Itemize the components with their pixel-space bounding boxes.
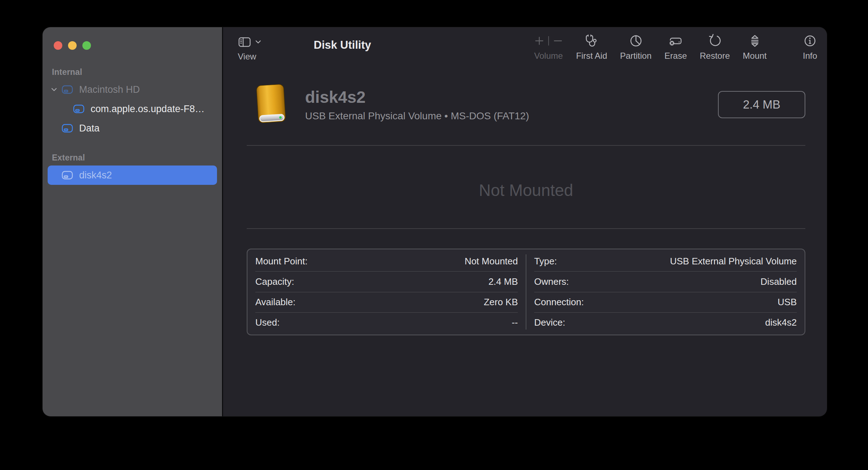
row-value: 2.4 MB (488, 276, 518, 287)
toolbar-button-label: Erase (665, 51, 687, 61)
volume-disk-icon (61, 123, 73, 134)
minimize-window-button[interactable] (68, 41, 77, 50)
toolbar-button-label: Restore (700, 51, 730, 61)
table-row: Owners: Disabled (534, 272, 797, 292)
row-value: -- (512, 317, 518, 328)
row-value: disk4s2 (765, 317, 797, 328)
sidebar: Internal Macintosh HD com.apple.os. (43, 27, 223, 416)
minus-icon (553, 35, 563, 46)
sidebar-item-macintosh-hd[interactable]: Macintosh HD (48, 80, 217, 99)
window-title: Disk Utility (314, 39, 371, 52)
row-value: Zero KB (484, 297, 518, 308)
row-label: Connection: (534, 297, 584, 308)
row-label: Device: (534, 317, 565, 328)
info-table-right-column: Type: USB External Physical Volume Owner… (526, 249, 805, 335)
sidebar-item-label: Data (79, 123, 100, 134)
toolbar-button-label: Mount (743, 51, 767, 61)
divider (247, 228, 805, 229)
row-label: Mount Point: (255, 256, 308, 267)
volume-button[interactable]: Volume (534, 32, 563, 61)
row-value: Not Mounted (464, 256, 518, 267)
sidebar-item-data[interactable]: Data (48, 119, 217, 138)
row-label: Available: (255, 297, 295, 308)
view-button[interactable]: View (238, 34, 261, 62)
zoom-window-button[interactable] (82, 41, 91, 50)
volume-separator (548, 36, 549, 45)
mount-eject-icon (747, 33, 762, 48)
table-row: Type: USB External Physical Volume (534, 251, 797, 272)
table-row: Capacity: 2.4 MB (255, 272, 518, 292)
row-label: Type: (534, 256, 557, 267)
row-label: Used: (255, 317, 280, 328)
sidebar-item-label: Macintosh HD (79, 84, 140, 95)
stethoscope-icon (584, 33, 599, 48)
view-button-label: View (238, 52, 256, 62)
sidebar-toggle-icon (238, 36, 251, 48)
external-drive-icon (249, 84, 292, 125)
row-label: Capacity: (255, 276, 294, 287)
close-window-button[interactable] (54, 41, 62, 50)
toolbar-button-label: First Aid (576, 51, 607, 61)
size-badge: 2.4 MB (718, 91, 805, 118)
volume-name: disk4s2 (305, 87, 718, 107)
volume-heading: disk4s2 USB External Physical Volume • M… (305, 87, 718, 122)
volume-header: disk4s2 USB External Physical Volume • M… (249, 83, 805, 126)
table-row: Available: Zero KB (255, 292, 518, 313)
plus-icon (534, 35, 545, 46)
external-disk-icon (61, 170, 73, 181)
info-table-left-column: Mount Point: Not Mounted Capacity: 2.4 M… (247, 249, 526, 335)
erase-button[interactable]: Erase (665, 32, 687, 61)
toolbar-button-label: Volume (534, 51, 563, 61)
internal-disk-icon (61, 84, 73, 95)
toolbar-buttons: Volume First Aid (534, 32, 818, 61)
info-icon (802, 33, 818, 48)
partition-button[interactable]: Partition (620, 32, 652, 61)
sidebar-item-label: disk4s2 (79, 170, 112, 181)
table-row: Mount Point: Not Mounted (255, 251, 518, 272)
restore-button[interactable]: Restore (700, 32, 730, 61)
chevron-down-icon (255, 39, 261, 44)
sidebar-item-com-apple-os-update[interactable]: com.apple.os.update-F8… (48, 99, 217, 119)
mount-button[interactable]: Mount (743, 32, 767, 61)
table-row: Device: disk4s2 (534, 313, 797, 333)
first-aid-button[interactable]: First Aid (576, 32, 607, 61)
info-table: Mount Point: Not Mounted Capacity: 2.4 M… (247, 249, 805, 335)
sidebar-section-internal-header: Internal (52, 67, 222, 77)
disk-utility-window: Internal Macintosh HD com.apple.os. (43, 27, 827, 416)
pie-chart-icon (628, 33, 643, 48)
sidebar-list: Internal Macintosh HD com.apple.os. (43, 67, 222, 416)
row-value: USB External Physical Volume (670, 256, 797, 267)
mount-status-text: Not Mounted (247, 181, 805, 200)
sidebar-item-label: com.apple.os.update-F8… (91, 104, 204, 115)
table-row: Connection: USB (534, 292, 797, 313)
main-pane: View Disk Utility (224, 27, 827, 416)
sidebar-item-disk4s2[interactable]: disk4s2 (48, 166, 217, 185)
row-label: Owners: (534, 276, 569, 287)
chevron-down-icon[interactable] (48, 87, 61, 92)
volume-disk-icon (73, 104, 85, 114)
window-controls (54, 41, 91, 50)
toolbar-button-label: Partition (620, 51, 652, 61)
toolbar-button-label: Info (803, 51, 817, 61)
restore-arrow-icon (707, 33, 722, 48)
info-button[interactable]: Info (802, 32, 818, 61)
sidebar-section-external-header: External (52, 153, 222, 163)
volume-subtitle: USB External Physical Volume • MS-DOS (F… (305, 110, 718, 122)
desktop-background: Internal Macintosh HD com.apple.os. (0, 0, 868, 470)
divider (247, 145, 805, 146)
erase-drive-icon (668, 33, 684, 48)
row-value: Disabled (761, 276, 797, 287)
row-value: USB (778, 297, 797, 308)
table-row: Used: -- (255, 313, 518, 333)
